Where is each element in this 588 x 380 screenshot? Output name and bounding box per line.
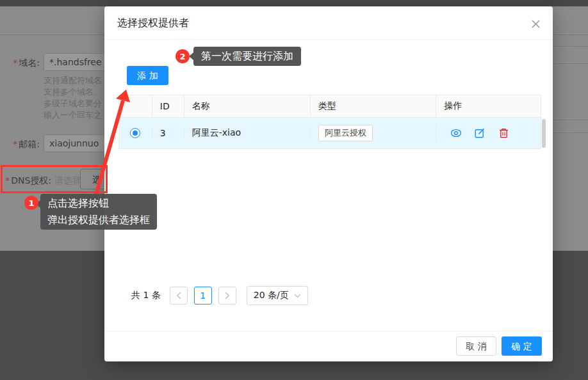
dns-auth-label: *DNS授权: [0, 175, 51, 187]
row-radio-selected[interactable] [130, 128, 140, 138]
pagination-total: 共 1 条 [131, 290, 161, 301]
table-scrollbar[interactable] [542, 119, 546, 148]
id-column-header: ID [152, 95, 184, 117]
row-name-cell: 阿里云-xiao [184, 127, 311, 139]
cancel-button[interactable]: 取 消 [456, 336, 496, 356]
type-tag: 阿里云授权 [318, 125, 373, 141]
row-actions-cell [436, 127, 541, 139]
row-id-cell: 3 [152, 128, 184, 138]
pagination: 共 1 条 1 20 条/页 [131, 286, 308, 305]
pagination-page-1[interactable]: 1 [194, 287, 212, 305]
row-radio-cell [119, 128, 152, 138]
dns-auth-placeholder: 请选择 [54, 175, 81, 187]
modal-title: 选择授权提供者 [117, 17, 189, 30]
tooltip-pointer [189, 52, 193, 60]
select-provider-modal: 选择授权提供者 添 加 ID 名称 类型 操作 3 阿里云-xiao [104, 6, 553, 361]
step-2-tooltip: 第一次需要进行添加 [193, 47, 301, 66]
background-row-line [551, 120, 588, 120]
background-row-line [551, 132, 588, 133]
name-column-header: 名称 [184, 95, 311, 117]
table-header-row: ID 名称 类型 操作 [119, 95, 541, 118]
email-label: *邮箱: [0, 139, 40, 150]
modal-footer: 取 消 确 定 [104, 331, 553, 361]
radio-dot [133, 131, 138, 136]
chevron-right-icon[interactable] [218, 287, 236, 305]
background-top-bar [0, 0, 588, 6]
table-row[interactable]: 3 阿里云-xiao 阿里云授权 [119, 118, 541, 149]
page-size-select[interactable]: 20 条/页 [247, 286, 308, 305]
edit-icon[interactable] [474, 127, 486, 139]
row-type-cell: 阿里云授权 [311, 125, 436, 141]
chevron-down-icon [294, 294, 301, 298]
step-2-badge: 2 [176, 49, 190, 63]
radio-column-header [119, 95, 152, 117]
page-size-value: 20 条/页 [254, 290, 289, 301]
type-column-header: 类型 [311, 95, 436, 117]
provider-table: ID 名称 类型 操作 3 阿里云-xiao 阿里云授权 [118, 95, 541, 149]
required-asterisk: * [13, 139, 17, 149]
domain-label: *域名: [0, 58, 40, 69]
delete-trash-icon[interactable] [498, 127, 509, 139]
step-1-badge: 1 [24, 196, 38, 210]
background-row-line [551, 63, 588, 64]
step-1-tooltip: 点击选择按钮 弹出授权提供者选择框 [40, 194, 157, 230]
required-asterisk: * [5, 175, 10, 186]
confirm-button[interactable]: 确 定 [502, 336, 542, 356]
add-button[interactable]: 添 加 [127, 66, 168, 85]
background-row-line [551, 46, 588, 47]
actions-column-header: 操作 [436, 95, 541, 117]
required-asterisk: * [13, 58, 17, 68]
modal-header: 选择授权提供者 [104, 6, 553, 40]
chevron-left-icon[interactable] [170, 287, 188, 305]
close-icon[interactable] [529, 17, 542, 30]
view-eye-icon[interactable] [450, 127, 462, 139]
screen: *域名: *.handsfree 支持通配符域名 支持多个域名、 多级子域名要分… [0, 0, 588, 380]
domain-help-text: 支持通配符域名 支持多个域名、 多级子域名要分 输入一个回车之 [44, 75, 102, 121]
